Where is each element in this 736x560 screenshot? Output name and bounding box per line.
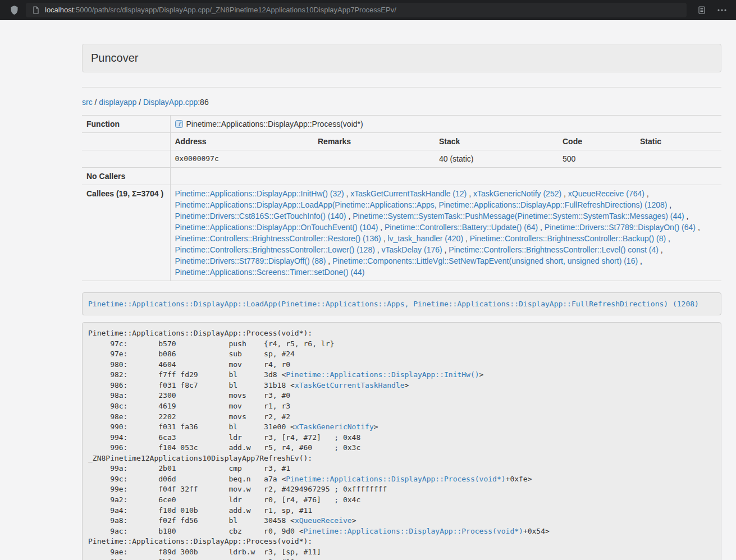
callee-link[interactable]: Pinetime::Controllers::BrightnessControl… <box>470 234 666 243</box>
callee-separator: , <box>538 223 545 232</box>
breadcrumb-link-src[interactable]: src <box>82 98 93 107</box>
no-callers-label: No Callers <box>82 168 170 185</box>
callee-separator: , <box>344 189 351 198</box>
code-symbol-link[interactable]: Pinetime::Applications::DisplayApp::Proc… <box>286 475 505 483</box>
callee-link[interactable]: Pinetime::Drivers::St7789::DisplayOn() (… <box>545 223 696 232</box>
callee-link[interactable]: Pinetime::System::SystemTask::PushMessag… <box>353 212 684 221</box>
static-value <box>636 150 721 168</box>
highlighted-symbol-box: Pinetime::Applications::DisplayApp::Load… <box>82 292 721 315</box>
callee-link[interactable]: Pinetime::Controllers::Battery::Update()… <box>385 223 538 232</box>
breadcrumb-line-number: :86 <box>198 98 208 107</box>
callees-label: Callees (19, Σ=3704 ) <box>82 185 170 281</box>
reader-view-icon[interactable] <box>694 3 709 17</box>
remarks-value <box>313 150 435 168</box>
callee-link[interactable]: Pinetime::Applications::DisplayApp::Load… <box>175 200 668 209</box>
callee-separator: , <box>378 223 385 232</box>
callee-link[interactable]: Pinetime::Applications::DisplayApp::OnTo… <box>175 223 378 232</box>
callee-separator: , <box>346 212 353 221</box>
code-symbol-link[interactable]: xQueueReceive <box>295 516 352 525</box>
code-symbol-link[interactable]: Pinetime::Applications::DisplayApp::Init… <box>286 370 479 379</box>
callee-separator: , <box>644 189 649 198</box>
function-icon: f <box>175 120 183 127</box>
column-header-stack: Stack <box>435 133 558 150</box>
url-text: localhost:5000/path/src/displayapp/Displ… <box>45 6 396 14</box>
callee-link[interactable]: Pinetime::Drivers::St7789::DisplayOff() … <box>175 256 326 265</box>
callee-separator: , <box>467 189 473 198</box>
page-content: Puncover src / displayapp / DisplayApp.c… <box>82 44 721 560</box>
callee-link[interactable]: vTaskDelay (176) <box>382 245 442 254</box>
table-row-callees: Callees (19, Σ=3704 ) Pinetime::Applicat… <box>82 185 721 281</box>
callee-link[interactable]: Pinetime::Controllers::BrightnessControl… <box>175 234 381 243</box>
callee-separator: , <box>696 223 700 232</box>
content-divider <box>82 87 721 88</box>
callee-separator: , <box>561 189 568 198</box>
table-row-function: Function fPinetime::Applications::Displa… <box>82 116 721 133</box>
callee-link[interactable]: xQueueReceive (764) <box>568 189 644 198</box>
page-title: Puncover <box>91 52 712 65</box>
address-value: 0x0000097c <box>170 150 313 168</box>
empty-row-head <box>82 133 170 150</box>
callee-separator: , <box>463 234 470 243</box>
breadcrumb-separator: / <box>136 98 143 107</box>
callee-separator: , <box>381 234 388 243</box>
callee-link[interactable]: Pinetime::Controllers::BrightnessControl… <box>449 245 658 254</box>
callee-link[interactable]: Pinetime::Controllers::BrightnessControl… <box>175 245 375 254</box>
table-row-column-headers: Address Remarks Stack Code Static <box>82 133 721 150</box>
function-details-table: Function fPinetime::Applications::Displa… <box>82 115 721 281</box>
overflow-menu-icon[interactable] <box>715 3 729 17</box>
page-icon <box>31 6 40 15</box>
column-header-remarks: Remarks <box>313 133 435 150</box>
function-cell: fPinetime::Applications::DisplayApp::Pro… <box>170 116 721 133</box>
callee-link[interactable]: Pinetime::Components::LittleVgl::SetNewT… <box>332 256 638 265</box>
column-header-address: Address <box>170 133 313 150</box>
url-bar[interactable]: localhost:5000/path/src/displayapp/Displ… <box>26 3 687 17</box>
table-row-values: 0x0000097c 40 (static) 500 <box>82 150 721 168</box>
highlighted-symbol-link[interactable]: Pinetime::Applications::DisplayApp::Load… <box>88 300 699 308</box>
callee-separator: , <box>638 256 642 265</box>
callee-separator: , <box>375 245 382 254</box>
browser-toolbar: localhost:5000/path/src/displayapp/Displ… <box>0 0 736 20</box>
url-path: :5000/path/src/displayapp/DisplayApp.cpp… <box>74 6 396 14</box>
callees-cell: Pinetime::Applications::DisplayApp::Init… <box>170 185 721 281</box>
callee-separator: , <box>684 212 689 221</box>
breadcrumb: src / displayapp / DisplayApp.cpp:86 <box>82 97 721 108</box>
function-row-label: Function <box>82 116 170 133</box>
code-value: 500 <box>558 150 636 168</box>
function-name: Pinetime::Applications::DisplayApp::Proc… <box>186 120 363 128</box>
column-header-code: Code <box>558 133 636 150</box>
callee-link[interactable]: xTaskGetCurrentTaskHandle (12) <box>350 189 467 198</box>
callee-separator: , <box>666 234 670 243</box>
table-row-no-callers: No Callers <box>82 168 721 185</box>
callee-separator: , <box>667 200 671 209</box>
column-header-static: Static <box>636 133 721 150</box>
no-callers-cell <box>170 168 721 185</box>
url-host: localhost <box>45 6 74 14</box>
callee-link[interactable]: xTaskGenericNotify (252) <box>473 189 561 198</box>
empty-row-head <box>82 150 170 168</box>
app-header-panel: Puncover <box>82 44 721 72</box>
code-symbol-link[interactable]: xTaskGetCurrentTaskHandle <box>295 381 405 389</box>
callee-separator: , <box>659 245 663 254</box>
breadcrumb-link-displayapp[interactable]: displayapp <box>99 98 136 107</box>
stack-value: 40 (static) <box>435 150 558 168</box>
breadcrumb-link-file[interactable]: DisplayApp.cpp <box>143 98 198 107</box>
shield-icon[interactable] <box>7 3 21 17</box>
callee-link[interactable]: Pinetime::Drivers::Cst816S::GetTouchInfo… <box>175 212 346 221</box>
code-symbol-link[interactable]: Pinetime::Applications::DisplayApp::Proc… <box>304 527 523 535</box>
callee-link[interactable]: Pinetime::Applications::Screens::Timer::… <box>175 268 365 277</box>
breadcrumb-separator: / <box>93 98 99 107</box>
callee-separator: , <box>442 245 449 254</box>
callee-link[interactable]: lv_task_handler (420) <box>387 234 463 243</box>
disassembly-pre: Pinetime::Applications::DisplayApp::Proc… <box>82 322 721 560</box>
callee-separator: , <box>326 256 332 265</box>
callee-link[interactable]: Pinetime::Applications::DisplayApp::Init… <box>175 189 344 198</box>
code-symbol-link[interactable]: xTaskGenericNotify <box>295 423 374 431</box>
